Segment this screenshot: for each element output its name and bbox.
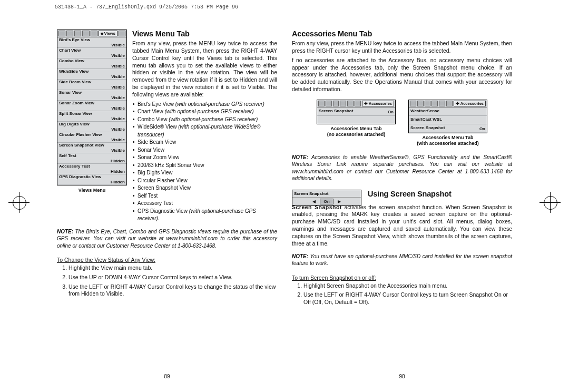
tab-icon xyxy=(74,31,81,36)
tab-icon xyxy=(318,101,325,106)
heading-accessories-menu-tab: Accessories Menu Tab xyxy=(292,30,512,38)
figure-caption: Accessories Menu Tab(with accessories at… xyxy=(408,135,487,146)
accessory-row: Screen SnapshotOn xyxy=(409,124,487,133)
tab-icon xyxy=(439,101,445,106)
list-item: Side Beam View xyxy=(134,139,277,146)
tab-icon xyxy=(410,101,416,106)
tab-icon xyxy=(333,101,339,106)
paragraph: Screen Snapshot activates the screen sna… xyxy=(292,204,512,248)
tab-icon xyxy=(91,31,97,36)
subheading-change-view: To Change the View Status of Any View: xyxy=(57,257,277,263)
step-item: Highlight the View main menu tab. xyxy=(68,264,277,272)
accessory-row: WeatherSense xyxy=(409,107,487,116)
list-item: WideSide® View (with optional-purchase W… xyxy=(134,123,277,139)
steps-list: Highlight Screen Snapshot on the Accesso… xyxy=(292,282,512,308)
intro-paragraph: From any view, press the MENU key twice … xyxy=(292,40,512,55)
arrow-right-icon: ▶ xyxy=(338,199,341,204)
diamond-icon: ◆ xyxy=(101,32,103,35)
heading-views-menu-tab: Views Menu Tab xyxy=(132,30,277,38)
arrow-left-icon: ◀ xyxy=(312,199,316,204)
list-item: Sonar View xyxy=(134,146,277,154)
views-menu-row: Split Sonar ViewVisible xyxy=(57,111,126,122)
list-item: Accessory Test xyxy=(134,200,277,208)
step-item: Use the LEFT or RIGHT 4-WAY Cursor Contr… xyxy=(68,283,277,298)
list-item: Combo View (with optional-purchase GPS r… xyxy=(134,116,277,124)
page-right: Accessories Menu Tab From any view, pres… xyxy=(292,30,512,379)
tab-icon xyxy=(347,101,354,106)
steps-list: Highlight the View main menu tab.Use the… xyxy=(57,264,277,300)
figure-caption: Views Menu xyxy=(57,188,127,193)
views-menu-row: Sonar Zoom ViewVisible xyxy=(57,101,126,111)
list-item: Self Test xyxy=(134,192,277,200)
views-menu-row: WideSide ViewVisible xyxy=(57,69,126,80)
tab-icon xyxy=(417,101,424,106)
list-item: Circular Flasher View xyxy=(134,177,277,185)
tab-icon xyxy=(431,101,438,106)
tab-icon xyxy=(355,101,361,106)
views-menu-figure: ◆Views Bird's Eye ViewVisibleChart ViewV… xyxy=(57,30,127,225)
tab-bar: ◆Views xyxy=(57,30,126,37)
views-menu-row: Side Beam ViewVisible xyxy=(57,80,126,90)
tab-icon xyxy=(58,31,65,36)
list-item: Big Digits View xyxy=(134,169,277,177)
figure-accessories-none: ✚Accessories Screen SnapshotOn Accessori… xyxy=(317,100,396,138)
note-mmc-sd: NOTE: You must have an optional-purchase… xyxy=(292,253,512,267)
tab-accessories: ✚Accessories xyxy=(454,101,486,106)
plus-icon: ✚ xyxy=(456,101,459,106)
list-item: Bird's Eye View (with optional-purchase … xyxy=(134,101,277,109)
tab-accessories: ✚Accessories xyxy=(362,101,394,106)
list-item: Chart View (with optional-purchase GPS r… xyxy=(134,108,277,116)
views-bullet-list: Bird's Eye View (with optional-purchase … xyxy=(132,101,277,223)
views-menu-row: Accessory TestHidden xyxy=(57,164,126,174)
step-item: Use the UP or DOWN 4-WAY Cursor Control … xyxy=(68,274,277,281)
figure-caption: Accessories Menu Tab(no accessories atta… xyxy=(317,126,396,138)
page-left: ◆Views Bird's Eye ViewVisibleChart ViewV… xyxy=(57,30,277,379)
list-item: 200/83 kHz Split Sonar View xyxy=(134,162,277,170)
tab-icon xyxy=(326,101,332,106)
views-menu-row: Big Digits ViewVisible xyxy=(57,122,126,132)
page-number: 90 xyxy=(292,374,512,379)
tab-icon xyxy=(119,31,125,36)
views-menu-row: GPS Diagnostic ViewHidden xyxy=(57,174,126,185)
paragraph: f no accessories are attached to the Acc… xyxy=(292,57,512,93)
subheading-turn-snapshot: To turn Screen Snapshot on or off: xyxy=(292,275,512,281)
accessory-row: Screen SnapshotOn xyxy=(317,107,395,116)
views-menu-row: Bird's Eye ViewVisible xyxy=(57,37,126,48)
control-label: Screen Snapshot xyxy=(292,190,361,198)
step-item: Use the LEFT or RIGHT 4-WAY Cursor Contr… xyxy=(303,291,512,306)
views-menu-row: Chart ViewVisible xyxy=(57,48,126,58)
page-number: 89 xyxy=(57,374,277,379)
list-item: Screen Snapshot View xyxy=(134,184,277,192)
note-gps: NOTE: The Bird's Eye, Chart, Combo and G… xyxy=(57,228,277,250)
list-item: Sonar Zoom View xyxy=(134,154,277,162)
heading-using-screen-snapshot: Using Screen Snapshot xyxy=(368,190,512,198)
accessory-row: SmartCast WSL xyxy=(409,116,487,124)
plus-icon: ✚ xyxy=(364,101,368,106)
intro-paragraph: From any view, press the MENU key twice … xyxy=(132,40,277,99)
print-header: 531438-1_A - 737_EnglishOnly.qxd 9/25/20… xyxy=(55,4,238,10)
tab-icon xyxy=(446,101,453,106)
views-menu-row: Sonar ViewVisible xyxy=(57,90,126,101)
views-menu-row: Self TestHidden xyxy=(57,153,126,164)
note-accessories: NOTE: Accessories to enable WeatherSense… xyxy=(292,154,512,182)
tab-icon xyxy=(425,101,431,106)
views-menu-row: Combo ViewVisible xyxy=(57,58,126,69)
tab-icon xyxy=(82,31,89,36)
tab-views: ◆Views xyxy=(99,31,117,36)
tab-icon xyxy=(66,31,73,36)
views-menu-row: Screen Snapshot ViewVisible xyxy=(57,143,126,153)
figure-accessories-attached: ✚Accessories WeatherSenseSmartCast WSLSc… xyxy=(408,100,487,146)
step-item: Highlight Screen Snapshot on the Accesso… xyxy=(303,282,512,290)
tab-icon xyxy=(340,101,346,106)
views-menu-row: Circular Flasher ViewVisible xyxy=(57,132,126,143)
list-item: GPS Diagnostic View (with optional-purch… xyxy=(134,208,277,223)
